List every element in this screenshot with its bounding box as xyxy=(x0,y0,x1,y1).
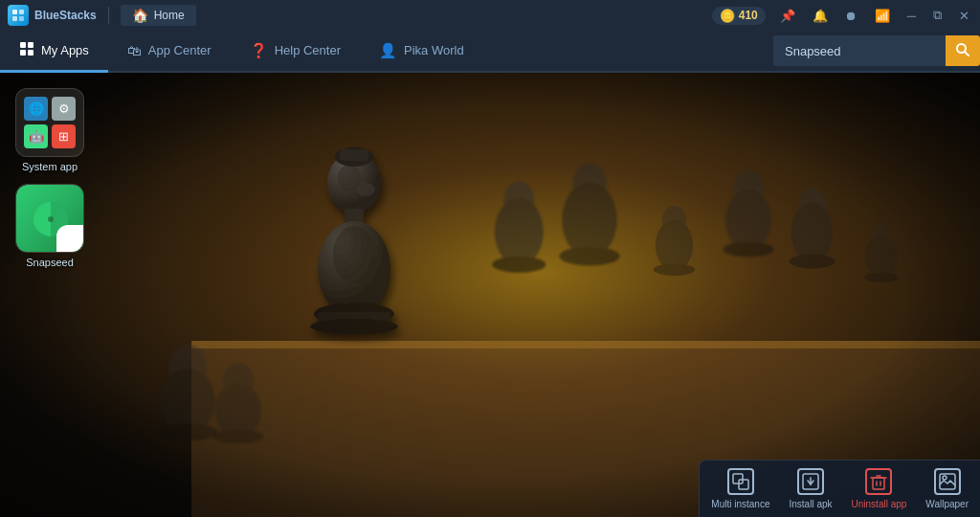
tab-my-apps[interactable]: My Apps xyxy=(0,31,108,73)
svg-rect-6 xyxy=(20,50,26,56)
globe-mini-icon: 🌐 xyxy=(24,97,48,121)
app-grid: 🌐 ⚙ 🤖 ⊞ System app Snapseed xyxy=(15,88,84,268)
svg-rect-2 xyxy=(12,16,17,21)
snapseed-label: Snapseed xyxy=(26,257,74,268)
search-area xyxy=(773,31,980,71)
search-icon xyxy=(955,42,970,60)
bottom-toolbar: Multi instance Install apk xyxy=(699,460,980,517)
install-apk-label: Install apk xyxy=(790,499,833,509)
svg-point-60 xyxy=(943,476,947,480)
help-center-label: Help Center xyxy=(275,43,341,57)
tab-help-center[interactable]: ❓ Help Center xyxy=(231,31,360,73)
install-apk-button[interactable]: Install apk xyxy=(790,468,833,509)
close-button[interactable]: ✕ xyxy=(956,9,972,23)
snapseed-fold xyxy=(56,225,83,252)
install-apk-icon xyxy=(797,468,824,495)
multi-instance-icon xyxy=(727,468,754,495)
app-logo: BlueStacks xyxy=(8,5,97,26)
bluestacks-icon xyxy=(8,5,29,26)
coin-icon: 🪙 xyxy=(720,9,735,23)
app-center-label: App Center xyxy=(148,43,212,57)
home-icon: 🏠 xyxy=(132,8,148,23)
svg-rect-1 xyxy=(19,10,24,14)
system-app-group: 🌐 ⚙ 🤖 ⊞ System app xyxy=(15,88,84,172)
restore-button[interactable]: ⧉ xyxy=(930,8,945,23)
search-input[interactable] xyxy=(773,35,946,66)
android-mini-icon: 🤖 xyxy=(24,124,48,148)
pika-world-label: Pika World xyxy=(404,43,464,57)
svg-line-9 xyxy=(965,52,969,56)
grid-mini-icon: ⊞ xyxy=(52,124,76,148)
uninstall-app-icon xyxy=(865,468,892,495)
network-icon[interactable]: 📶 xyxy=(872,9,893,23)
multi-instance-button[interactable]: Multi instance xyxy=(711,468,769,509)
snapseed-icon[interactable] xyxy=(15,184,84,253)
tab-app-center[interactable]: 🛍 App Center xyxy=(108,31,231,73)
my-apps-label: My Apps xyxy=(41,43,89,57)
app-center-icon: 🛍 xyxy=(127,42,142,58)
svg-point-50 xyxy=(48,216,54,222)
svg-rect-0 xyxy=(12,10,17,14)
coin-count: 410 xyxy=(739,9,758,22)
record-icon[interactable]: ⏺ xyxy=(842,9,860,23)
uninstall-app-label: Uninstall app xyxy=(852,499,907,509)
wallpaper-button[interactable]: Wallpaper xyxy=(925,468,969,509)
svg-rect-4 xyxy=(20,42,26,48)
main-content: 🌐 ⚙ 🤖 ⊞ System app Snapseed xyxy=(0,73,980,517)
nav-bar: My Apps 🛍 App Center ❓ Help Center 👤 Pik… xyxy=(0,31,980,73)
svg-rect-49 xyxy=(0,73,980,517)
system-app-icon[interactable]: 🌐 ⚙ 🤖 ⊞ xyxy=(15,88,84,157)
coin-badge[interactable]: 🪙 410 xyxy=(712,7,766,25)
svg-rect-55 xyxy=(873,478,884,489)
uninstall-app-button[interactable]: Uninstall app xyxy=(852,468,907,509)
bell-icon[interactable]: 🔔 xyxy=(810,9,831,23)
pika-world-icon: 👤 xyxy=(379,42,397,59)
window-controls: 🪙 410 📌 🔔 ⏺ 📶 ─ ⧉ ✕ xyxy=(712,7,972,25)
svg-rect-7 xyxy=(28,50,33,56)
wallpaper-label: Wallpaper xyxy=(925,499,969,509)
background xyxy=(0,73,980,517)
tab-pika-world[interactable]: 👤 Pika World xyxy=(360,31,483,73)
svg-rect-5 xyxy=(28,42,33,48)
my-apps-icon xyxy=(19,41,34,59)
svg-rect-52 xyxy=(739,480,748,489)
title-bar: BlueStacks 🏠 Home 🪙 410 📌 🔔 ⏺ 📶 ─ ⧉ ✕ xyxy=(0,0,980,31)
wallpaper-icon xyxy=(934,468,961,495)
system-app-label: System app xyxy=(22,161,78,172)
search-button[interactable] xyxy=(946,35,980,66)
help-center-icon: ❓ xyxy=(250,42,268,59)
snapseed-group: Snapseed xyxy=(15,184,84,268)
multi-instance-label: Multi instance xyxy=(711,499,769,509)
pin-icon[interactable]: 📌 xyxy=(777,9,798,23)
svg-rect-51 xyxy=(733,474,743,483)
brand-label: BlueStacks xyxy=(34,9,97,22)
gear-mini-icon: ⚙ xyxy=(52,97,76,121)
title-divider xyxy=(108,7,109,24)
home-label: Home xyxy=(154,9,185,22)
svg-rect-3 xyxy=(19,16,24,21)
home-tab[interactable]: 🏠 Home xyxy=(121,5,196,26)
minimize-button[interactable]: ─ xyxy=(904,9,919,23)
